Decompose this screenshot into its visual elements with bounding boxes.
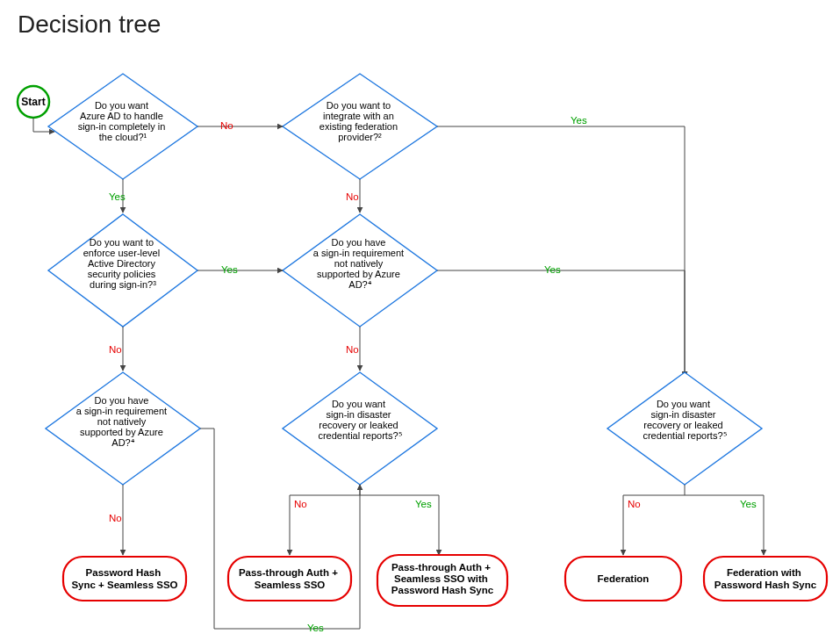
label-yes: Yes: [571, 115, 587, 126]
edge-fed-yes: [437, 126, 685, 377]
label-yes: Yes: [221, 264, 238, 275]
label-no: No: [294, 499, 307, 509]
terminal-federation-phs: Federation with Password Hash Sync: [704, 557, 827, 601]
start-node: Start: [18, 86, 49, 118]
label-yes: Yes: [109, 191, 126, 202]
label-no: No: [220, 120, 233, 131]
label-no: No: [109, 513, 122, 523]
label-no: No: [346, 344, 359, 355]
label-no: No: [346, 191, 359, 202]
svg-rect-18: [228, 557, 351, 601]
decision-cloud-signin: Do you want Azure AD to handle sign-in c…: [48, 74, 197, 179]
label-yes: Yes: [740, 499, 757, 509]
page-title: Decision tree: [0, 0, 840, 39]
decision-enforce-ad: Do you want to enforce user-level Active…: [48, 214, 197, 327]
terminal-pta-sso-phs: Pass-through Auth + Seamless SSO with Pa…: [377, 555, 507, 606]
decision-disaster-recovery-2: Do you want sign-in disaster recovery or…: [607, 372, 762, 485]
terminal-federation: Federation: [565, 557, 681, 601]
decision-disaster-recovery-1: Do you want sign-in disaster recovery or…: [283, 372, 437, 485]
svg-rect-16: [63, 557, 186, 601]
decision-not-native-support-2: Do you have a sign-in requirement not na…: [46, 372, 200, 485]
svg-text:Federation: Federation: [598, 573, 650, 584]
edge-notnative1-yes: [437, 270, 685, 377]
label-no: No: [628, 499, 641, 509]
label-yes: Yes: [307, 623, 324, 633]
label-no: No: [109, 344, 122, 355]
svg-text:Do you want to
      enforce u: Do you want to enforce user-level Active…: [83, 237, 163, 290]
decision-federation-provider: Do you want to integrate with an existin…: [283, 74, 437, 179]
svg-text:Start: Start: [21, 96, 45, 108]
decision-tree-diagram: Start Do you want Azure AD to handle sig…: [0, 39, 840, 641]
terminal-phs-sso: Password Hash Sync + Seamless SSO: [63, 557, 186, 601]
decision-not-native-support-1: Do you have a sign-in requirement not na…: [283, 214, 437, 327]
svg-rect-24: [704, 557, 827, 601]
terminal-pta-sso: Pass-through Auth + Seamless SSO: [228, 557, 351, 601]
svg-text:Pass-through Auth +
      Seam: Pass-through Auth + Seamless SSO with Pa…: [391, 562, 494, 595]
label-yes: Yes: [544, 264, 561, 275]
label-yes: Yes: [415, 499, 432, 509]
